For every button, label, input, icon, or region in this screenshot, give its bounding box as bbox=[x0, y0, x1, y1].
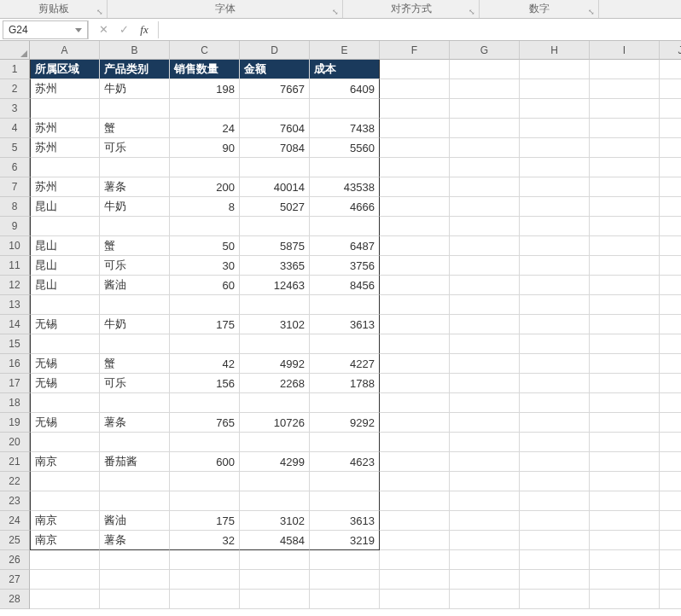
cell[interactable] bbox=[660, 79, 681, 99]
row-header[interactable]: 16 bbox=[0, 354, 30, 374]
cell[interactable] bbox=[660, 550, 681, 570]
cell[interactable] bbox=[100, 590, 170, 609]
cell[interactable] bbox=[310, 433, 380, 452]
cell[interactable]: 酱油 bbox=[100, 511, 170, 531]
cell[interactable] bbox=[520, 119, 590, 138]
cell[interactable] bbox=[240, 217, 310, 236]
cell[interactable] bbox=[450, 491, 520, 511]
cell[interactable]: 3102 bbox=[240, 315, 310, 334]
cell[interactable] bbox=[590, 217, 660, 236]
cell[interactable] bbox=[520, 295, 590, 315]
cell[interactable] bbox=[590, 315, 660, 334]
cell[interactable] bbox=[380, 531, 450, 550]
row-header[interactable]: 20 bbox=[0, 433, 30, 452]
cell[interactable] bbox=[660, 315, 681, 334]
cell[interactable]: 175 bbox=[170, 511, 240, 531]
select-all-corner[interactable] bbox=[0, 41, 30, 60]
cell[interactable] bbox=[100, 217, 170, 236]
cell[interactable] bbox=[380, 315, 450, 334]
cell[interactable]: 蟹 bbox=[100, 119, 170, 138]
cell[interactable] bbox=[520, 374, 590, 393]
cell[interactable]: 600 bbox=[170, 452, 240, 472]
cell[interactable] bbox=[590, 472, 660, 491]
cell[interactable] bbox=[30, 158, 100, 177]
cell[interactable] bbox=[310, 158, 380, 177]
cell[interactable] bbox=[660, 295, 681, 315]
cell[interactable]: 5560 bbox=[310, 138, 380, 158]
cell[interactable] bbox=[170, 433, 240, 452]
cell[interactable]: 4623 bbox=[310, 452, 380, 472]
cell[interactable] bbox=[380, 276, 450, 295]
cell[interactable] bbox=[450, 197, 520, 217]
cell[interactable] bbox=[520, 433, 590, 452]
cell[interactable] bbox=[380, 433, 450, 452]
cell[interactable] bbox=[660, 236, 681, 256]
cell[interactable] bbox=[450, 79, 520, 99]
cell[interactable] bbox=[450, 60, 520, 79]
cell[interactable] bbox=[660, 590, 681, 609]
cell[interactable] bbox=[240, 99, 310, 119]
column-header[interactable]: H bbox=[520, 41, 590, 60]
cell[interactable] bbox=[660, 119, 681, 138]
cell[interactable]: 金额 bbox=[240, 60, 310, 79]
cell[interactable]: 765 bbox=[170, 413, 240, 433]
cell[interactable] bbox=[240, 334, 310, 354]
cell[interactable] bbox=[450, 138, 520, 158]
cell[interactable] bbox=[590, 491, 660, 511]
cell[interactable] bbox=[450, 393, 520, 413]
cell[interactable]: 4666 bbox=[310, 197, 380, 217]
cell[interactable]: 所属区域 bbox=[30, 60, 100, 79]
row-header[interactable]: 27 bbox=[0, 570, 30, 590]
cell[interactable]: 2268 bbox=[240, 374, 310, 393]
cell[interactable] bbox=[380, 295, 450, 315]
cell[interactable] bbox=[520, 197, 590, 217]
cell[interactable] bbox=[170, 491, 240, 511]
cell[interactable]: 3613 bbox=[310, 315, 380, 334]
cell[interactable] bbox=[520, 393, 590, 413]
cell[interactable]: 40014 bbox=[240, 177, 310, 197]
cell[interactable] bbox=[450, 354, 520, 374]
cell[interactable] bbox=[380, 472, 450, 491]
cell[interactable] bbox=[520, 570, 590, 590]
cell[interactable] bbox=[240, 158, 310, 177]
cell[interactable] bbox=[450, 256, 520, 276]
cell[interactable]: 牛奶 bbox=[100, 315, 170, 334]
cell[interactable] bbox=[380, 79, 450, 99]
cell[interactable] bbox=[380, 236, 450, 256]
cell[interactable] bbox=[590, 79, 660, 99]
cell[interactable] bbox=[30, 334, 100, 354]
cell[interactable] bbox=[100, 491, 170, 511]
cell[interactable] bbox=[240, 393, 310, 413]
cell[interactable]: 昆山 bbox=[30, 256, 100, 276]
cell[interactable] bbox=[170, 472, 240, 491]
cell[interactable] bbox=[380, 550, 450, 570]
cell[interactable]: 无锡 bbox=[30, 315, 100, 334]
cell[interactable] bbox=[170, 590, 240, 609]
cell[interactable] bbox=[450, 276, 520, 295]
name-box-dropdown-icon[interactable] bbox=[75, 26, 82, 34]
cell[interactable] bbox=[240, 472, 310, 491]
cell[interactable] bbox=[520, 315, 590, 334]
cell[interactable] bbox=[450, 236, 520, 256]
cell[interactable] bbox=[590, 413, 660, 433]
cell[interactable] bbox=[660, 256, 681, 276]
cell[interactable] bbox=[380, 413, 450, 433]
row-header[interactable]: 15 bbox=[0, 334, 30, 354]
cell[interactable] bbox=[30, 491, 100, 511]
cell[interactable] bbox=[380, 177, 450, 197]
cell[interactable] bbox=[240, 433, 310, 452]
cell[interactable]: 无锡 bbox=[30, 374, 100, 393]
cell[interactable] bbox=[660, 276, 681, 295]
column-header[interactable]: D bbox=[240, 41, 310, 60]
cell[interactable] bbox=[380, 491, 450, 511]
cell[interactable] bbox=[520, 354, 590, 374]
cell[interactable] bbox=[520, 177, 590, 197]
cell[interactable]: 24 bbox=[170, 119, 240, 138]
insert-function-button[interactable]: fx bbox=[134, 20, 154, 39]
cell[interactable] bbox=[450, 570, 520, 590]
cell[interactable] bbox=[380, 511, 450, 531]
cell[interactable] bbox=[380, 256, 450, 276]
cell[interactable] bbox=[380, 393, 450, 413]
cell[interactable] bbox=[450, 374, 520, 393]
cell[interactable] bbox=[520, 511, 590, 531]
